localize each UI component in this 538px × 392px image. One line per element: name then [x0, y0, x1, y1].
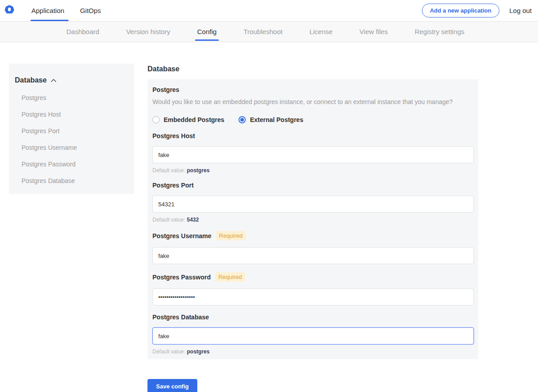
subnav-tab-label: Config: [197, 28, 217, 35]
config-fields: Postgres HostDefault value: postgresPost…: [152, 132, 474, 355]
subnav-tab-troubleshoot[interactable]: Troubleshoot: [243, 22, 282, 42]
config-sidebar: Database PostgresPostgres HostPostgres P…: [9, 64, 134, 194]
app-logo[interactable]: [0, 0, 27, 21]
radio-external-postgres-selected-icon[interactable]: [239, 116, 246, 123]
sidebar-item-postgres-port[interactable]: Postgres Port: [22, 127, 127, 135]
config-group-panel: Postgres Would you like to use an embedd…: [148, 79, 478, 359]
subnav-tab-label: Troubleshoot: [243, 28, 282, 35]
config-field-postgres-username: Postgres UsernameRequired: [152, 231, 474, 264]
top-tab-gitops[interactable]: GitOps: [80, 0, 101, 21]
subnav-tab-label: Version history: [126, 28, 170, 35]
radio-label: Embedded Postgres: [164, 116, 224, 123]
field-default-label: Default value:: [152, 217, 187, 223]
subnav-tab-label: View files: [360, 28, 388, 35]
save-config-button[interactable]: Save config: [148, 379, 197, 392]
field-default-value: postgres: [187, 348, 210, 355]
field-default-label: Default value:: [152, 348, 187, 355]
field-label-row: Postgres PasswordRequired: [152, 272, 474, 282]
field-default-value: 5432: [187, 217, 199, 223]
required-badge: Required: [216, 231, 246, 240]
sidebar-item-postgres-database[interactable]: Postgres Database: [22, 177, 127, 184]
config-field-postgres-host: Postgres HostDefault value: postgres: [152, 132, 474, 174]
radio-option-external-postgres[interactable]: External Postgres: [239, 116, 303, 123]
field-default-value: postgres: [187, 167, 210, 174]
page-title: Database: [148, 65, 478, 73]
radio-option-embedded-postgres[interactable]: Embedded Postgres: [152, 116, 224, 123]
radio-label: External Postgres: [250, 116, 303, 123]
config-field-postgres-password: Postgres PasswordRequired: [152, 272, 474, 305]
subnav-tab-view-files[interactable]: View files: [360, 22, 388, 42]
field-default-label: Default value:: [152, 167, 187, 174]
subnav-tab-config[interactable]: Config: [197, 22, 217, 42]
subnav-tab-label: Registry settings: [415, 28, 464, 35]
config-item-description: Would you like to use an embedded postgr…: [152, 98, 474, 105]
top-tab-label: Application: [31, 7, 64, 14]
subnav-tab-label: License: [309, 28, 333, 35]
config-page: Database PostgresPostgres HostPostgres P…: [0, 42, 538, 392]
field-label-postgres-database: Postgres Database: [152, 314, 209, 321]
postgres-database-input[interactable]: [152, 327, 474, 344]
top-tab-application[interactable]: Application: [31, 0, 64, 21]
field-label-postgres-password: Postgres Password: [152, 274, 211, 281]
field-label-row: Postgres Host: [152, 132, 474, 139]
field-default-note: Default value: postgres: [152, 348, 474, 355]
required-badge: Required: [215, 272, 245, 282]
field-label-postgres-username: Postgres Username: [152, 232, 212, 240]
field-label-row: Postgres UsernameRequired: [152, 231, 474, 240]
radio-group: Embedded PostgresExternal Postgres: [152, 116, 474, 123]
top-tab-label: GitOps: [80, 7, 101, 14]
top-nav-right: Add a new application Log out: [422, 0, 538, 21]
config-field-postgres-port: Postgres PortDefault value: 5432: [152, 182, 474, 223]
subnav-tab-license[interactable]: License: [309, 22, 333, 42]
postgres-port-input[interactable]: [152, 196, 474, 213]
field-label-row: Postgres Database: [152, 314, 474, 321]
postgres-username-input[interactable]: [152, 247, 474, 264]
sidebar-item-postgres-host[interactable]: Postgres Host: [22, 111, 127, 118]
sidebar-item-postgres-password[interactable]: Postgres Password: [22, 161, 127, 168]
add-new-application-button[interactable]: Add a new application: [422, 4, 499, 17]
sidebar-group-database[interactable]: Database: [15, 76, 127, 84]
sidebar-item-postgres[interactable]: Postgres: [22, 94, 127, 101]
radio-embedded-postgres-icon[interactable]: [152, 116, 160, 123]
config-main: Database Postgres Would you like to use …: [148, 64, 478, 392]
top-nav-tabs: ApplicationGitOps: [31, 0, 117, 21]
subnav-tab-registry-settings[interactable]: Registry settings: [415, 22, 464, 42]
top-nav: ApplicationGitOps Add a new application …: [0, 0, 538, 22]
app-logo-icon: [4, 5, 14, 17]
postgres-password-input[interactable]: [152, 288, 474, 305]
sidebar-item-postgres-username[interactable]: Postgres Username: [22, 144, 127, 151]
field-default-note: Default value: 5432: [152, 217, 474, 223]
app-subnav: DashboardVersion historyConfigTroublesho…: [0, 22, 538, 42]
sidebar-group-label: Database: [15, 76, 47, 84]
field-label-postgres-port: Postgres Port: [152, 182, 194, 189]
sidebar-items: PostgresPostgres HostPostgres PortPostgr…: [15, 94, 127, 184]
chevron-up-icon: [51, 76, 56, 84]
subnav-tab-label: Dashboard: [66, 28, 99, 35]
field-default-note: Default value: postgres: [152, 167, 474, 174]
postgres-host-input[interactable]: [152, 146, 474, 163]
config-item-title: Postgres: [152, 86, 474, 93]
field-label-row: Postgres Port: [152, 182, 474, 189]
config-field-postgres-database: Postgres DatabaseDefault value: postgres: [152, 314, 474, 355]
subnav-tab-dashboard[interactable]: Dashboard: [66, 22, 99, 42]
field-label-postgres-host: Postgres Host: [152, 132, 195, 139]
subnav-tab-version-history[interactable]: Version history: [126, 22, 170, 42]
logout-button[interactable]: Log out: [509, 7, 532, 14]
